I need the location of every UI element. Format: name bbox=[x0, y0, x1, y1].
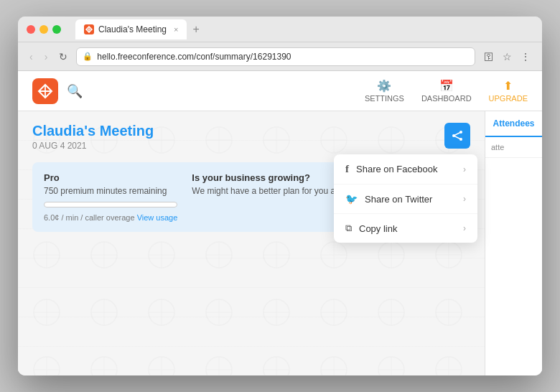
tab-close-btn[interactable]: × bbox=[174, 25, 178, 34]
svg-line-11 bbox=[454, 132, 461, 136]
content-area: Claudia's Meeting 0 AUG 4 2021 bbox=[18, 111, 485, 375]
dashboard-nav-item[interactable]: 📅 DASHBOARD bbox=[421, 79, 472, 103]
facebook-chevron-icon: › bbox=[463, 164, 466, 174]
tab-title: Claudia's Meeting bbox=[98, 24, 167, 34]
header-nav: ⚙️ SETTINGS 📅 DASHBOARD ⬆ UPGRADE bbox=[365, 79, 528, 103]
rate-value: 6.0¢ / min / caller overage bbox=[44, 213, 135, 222]
share-twitter-item[interactable]: 🐦 Share on Twitter › bbox=[334, 185, 477, 214]
settings-icon: ⚙️ bbox=[377, 79, 391, 93]
meeting-info: Claudia's Meeting 0 AUG 4 2021 bbox=[32, 123, 154, 151]
traffic-lights bbox=[27, 25, 61, 34]
more-button[interactable]: ⋮ bbox=[518, 50, 533, 64]
info-card-left: Pro 750 premium minutes remaining 6.0¢ /… bbox=[44, 172, 177, 222]
share-facebook-item[interactable]: f Share on Facebook › bbox=[334, 154, 477, 185]
forward-button[interactable]: › bbox=[42, 50, 51, 64]
url-bar[interactable]: 🔒 hello.freeconference.com/conf/summary/… bbox=[76, 47, 475, 66]
share-dropdown: f Share on Facebook › 🐦 Share on Twitter… bbox=[334, 154, 477, 243]
back-button[interactable]: ‹ bbox=[27, 50, 36, 64]
attendees-tab[interactable]: Attendees bbox=[485, 111, 542, 137]
copy-chevron-icon: › bbox=[463, 223, 466, 233]
attendee-placeholder: atte bbox=[485, 137, 542, 158]
title-bar: Claudia's Meeting × + bbox=[18, 17, 542, 42]
rate-text: 6.0¢ / min / caller overage View usage bbox=[44, 213, 177, 222]
share-twitter-label: Share on Twitter bbox=[365, 194, 432, 205]
right-sidebar: Attendees atte bbox=[485, 111, 542, 375]
meeting-title: Claudia's Meeting bbox=[32, 123, 154, 139]
url-text: hello.freeconference.com/conf/summary/16… bbox=[97, 52, 469, 62]
copy-icon: ⧉ bbox=[345, 223, 352, 234]
search-button[interactable]: 🔍 bbox=[67, 83, 83, 99]
settings-label: SETTINGS bbox=[365, 94, 404, 103]
share-button[interactable] bbox=[444, 123, 470, 149]
svg-line-12 bbox=[454, 136, 461, 139]
twitter-icon: 🐦 bbox=[345, 193, 358, 205]
share-twitter-left: 🐦 Share on Twitter bbox=[345, 193, 432, 205]
tab-area: Claudia's Meeting × + bbox=[75, 19, 202, 39]
active-tab[interactable]: Claudia's Meeting × bbox=[75, 19, 187, 39]
plan-label: Pro bbox=[44, 172, 177, 183]
facebook-icon: f bbox=[345, 163, 349, 175]
browser-window: Claudia's Meeting × + ‹ › ↻ 🔒 hello.free… bbox=[18, 17, 542, 375]
share-facebook-label: Share on Facebook bbox=[356, 164, 437, 174]
view-usage-link[interactable]: View usage bbox=[137, 213, 178, 222]
meeting-meta: 0 AUG 4 2021 bbox=[32, 141, 154, 151]
dashboard-label: DASHBOARD bbox=[421, 94, 472, 103]
copy-link-item[interactable]: ⧉ Copy link › bbox=[334, 214, 477, 243]
upgrade-nav-item[interactable]: ⬆ UPGRADE bbox=[489, 79, 528, 103]
maximize-traffic-light[interactable] bbox=[52, 25, 61, 34]
svg-rect-7 bbox=[18, 111, 485, 375]
address-bar: ‹ › ↻ 🔒 hello.freeconference.com/conf/su… bbox=[18, 42, 542, 71]
dashboard-icon: 📅 bbox=[439, 79, 454, 93]
minimize-traffic-light[interactable] bbox=[39, 25, 48, 34]
watermark-pattern bbox=[18, 111, 485, 375]
app-header: 🔍 ⚙️ SETTINGS 📅 DASHBOARD ⬆ UPGRADE bbox=[18, 71, 542, 111]
star-button[interactable]: ☆ bbox=[500, 50, 515, 64]
upgrade-label: UPGRADE bbox=[489, 94, 528, 103]
page-content: 🔍 ⚙️ SETTINGS 📅 DASHBOARD ⬆ UPGRADE bbox=[18, 71, 542, 375]
key-button[interactable]: ⚿ bbox=[481, 50, 497, 64]
lock-icon: 🔒 bbox=[83, 52, 93, 61]
twitter-chevron-icon: › bbox=[463, 194, 466, 204]
close-traffic-light[interactable] bbox=[27, 25, 35, 34]
share-facebook-left: f Share on Facebook bbox=[345, 163, 437, 175]
main-area: Claudia's Meeting 0 AUG 4 2021 bbox=[18, 111, 542, 375]
minutes-label: 750 premium minutes remaining bbox=[44, 186, 177, 196]
refresh-button[interactable]: ↻ bbox=[56, 50, 70, 64]
new-tab-button[interactable]: + bbox=[190, 23, 202, 36]
meeting-header: Claudia's Meeting 0 AUG 4 2021 bbox=[32, 123, 470, 151]
app-logo bbox=[32, 78, 58, 104]
tab-favicon bbox=[84, 24, 94, 34]
browser-actions: ⚿ ☆ ⋮ bbox=[481, 50, 533, 64]
settings-nav-item[interactable]: ⚙️ SETTINGS bbox=[365, 79, 404, 103]
copy-link-left: ⧉ Copy link bbox=[345, 223, 397, 234]
minutes-bar bbox=[44, 202, 177, 207]
copy-link-label: Copy link bbox=[359, 223, 397, 234]
upgrade-icon: ⬆ bbox=[503, 79, 513, 93]
